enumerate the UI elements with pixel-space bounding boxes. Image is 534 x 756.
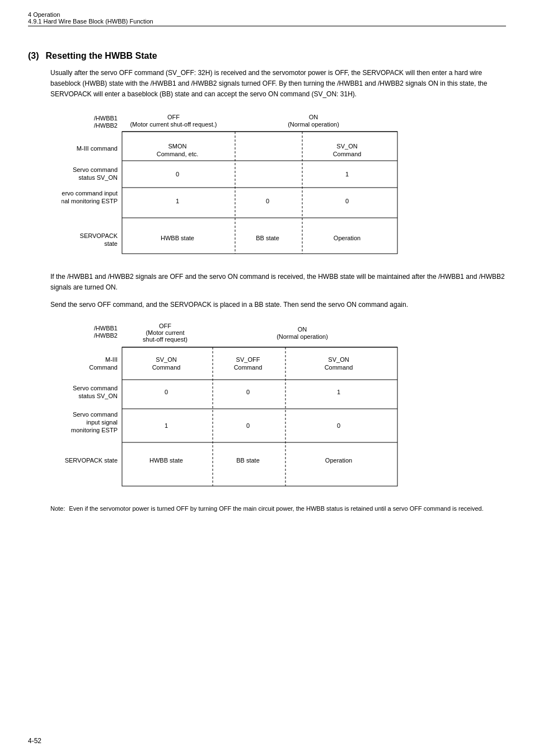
svg-text:BB state: BB state bbox=[236, 457, 260, 464]
diagram2: /HWBB1 /HWBB2 OFF (Motor current shut-of… bbox=[62, 320, 506, 494]
svg-text:1: 1 bbox=[165, 422, 168, 429]
svg-text:state: state bbox=[104, 240, 118, 247]
body-text-3: Send the servo OFF command, and the SERV… bbox=[50, 300, 506, 310]
svg-text:Servo command: Servo command bbox=[73, 166, 118, 173]
svg-text:HWBB state: HWBB state bbox=[149, 457, 183, 464]
svg-text:ON: ON bbox=[309, 114, 318, 120]
svg-text:(Normal operation): (Normal operation) bbox=[277, 333, 328, 340]
svg-text:(Normal operation): (Normal operation) bbox=[288, 121, 339, 128]
svg-text:Operation: Operation bbox=[325, 457, 352, 464]
svg-text:Command: Command bbox=[325, 364, 353, 371]
svg-text:/HWBB2: /HWBB2 bbox=[94, 332, 118, 339]
header-top: 4 Operation bbox=[28, 11, 506, 18]
body-text-2: If the /HWBB1 and /HWBB2 signals are OFF… bbox=[50, 272, 506, 293]
svg-text:SV_ON: SV_ON bbox=[328, 356, 349, 363]
svg-text:0: 0 bbox=[165, 389, 168, 395]
svg-text:0: 0 bbox=[176, 171, 179, 178]
svg-text:SV_OFF: SV_OFF bbox=[236, 356, 260, 363]
note: Note: Even if the servomotor power is tu… bbox=[50, 504, 506, 514]
section-number: (3) bbox=[28, 51, 39, 61]
svg-text:input signal: input signal bbox=[86, 419, 118, 426]
section-title: Resetting the HWBB State bbox=[46, 51, 157, 61]
svg-text:Servo command input: Servo command input bbox=[62, 190, 118, 197]
header: 4 Operation 4.9.1 Hard Wire Base Block (… bbox=[28, 11, 506, 26]
svg-text:Servo command: Servo command bbox=[73, 411, 118, 418]
svg-text:Command: Command bbox=[89, 364, 118, 371]
svg-text:0: 0 bbox=[345, 198, 349, 204]
svg-text:1: 1 bbox=[345, 171, 349, 178]
svg-text:status SV_ON: status SV_ON bbox=[78, 393, 118, 399]
svg-text:M-III command: M-III command bbox=[77, 145, 118, 152]
svg-text:SV_ON: SV_ON bbox=[156, 356, 176, 363]
svg-text:Command, etc.: Command, etc. bbox=[157, 151, 199, 157]
svg-text:SV_ON: SV_ON bbox=[336, 143, 357, 150]
svg-text:status SV_ON: status SV_ON bbox=[78, 174, 118, 181]
svg-text:SMON: SMON bbox=[168, 143, 187, 150]
footer-page: 4-52 bbox=[28, 737, 41, 745]
body-text-1: Usually after the servo OFF command (SV_… bbox=[50, 68, 506, 100]
svg-text:BB state: BB state bbox=[256, 235, 279, 241]
svg-text:Command: Command bbox=[333, 151, 362, 157]
svg-text:SERVOPACK state: SERVOPACK state bbox=[65, 457, 118, 464]
diagram1-svg: /HWBB1 /HWBB2 OFF (Motor current shut-of… bbox=[62, 110, 409, 262]
svg-text:0: 0 bbox=[266, 198, 269, 204]
svg-text:1: 1 bbox=[176, 198, 179, 204]
note-label: Note: bbox=[50, 505, 65, 512]
svg-text:ON: ON bbox=[298, 326, 307, 333]
diagram1: /HWBB1 /HWBB2 OFF (Motor current shut-of… bbox=[62, 110, 506, 262]
svg-text:SERVOPACK: SERVOPACK bbox=[80, 232, 118, 239]
svg-text:Servo command: Servo command bbox=[73, 385, 118, 391]
svg-text:(Motor current shut-off reques: (Motor current shut-off request.) bbox=[130, 121, 217, 128]
diagram2-svg: /HWBB1 /HWBB2 OFF (Motor current shut-of… bbox=[62, 320, 409, 494]
svg-text:/HWBB2: /HWBB2 bbox=[94, 122, 118, 129]
page: 4 Operation 4.9.1 Hard Wire Base Block (… bbox=[0, 0, 534, 756]
header-sub: 4.9.1 Hard Wire Base Block (HWBB) Functi… bbox=[28, 18, 506, 25]
svg-text:0: 0 bbox=[246, 389, 250, 395]
svg-text:(Motor current: (Motor current bbox=[146, 329, 184, 336]
svg-text:monitoring ESTP: monitoring ESTP bbox=[71, 427, 118, 433]
svg-text:0: 0 bbox=[337, 422, 340, 429]
svg-text:OFF: OFF bbox=[167, 114, 180, 120]
svg-text:/HWBB1: /HWBB1 bbox=[94, 115, 118, 122]
svg-text:1: 1 bbox=[337, 389, 340, 395]
svg-text:Operation: Operation bbox=[334, 235, 360, 241]
svg-text:Command: Command bbox=[152, 364, 181, 371]
note-text: Even if the servomotor power is turned O… bbox=[69, 505, 483, 512]
svg-text:/HWBB1: /HWBB1 bbox=[94, 325, 118, 332]
svg-text:HWBB state: HWBB state bbox=[161, 235, 194, 241]
svg-text:shut-off request): shut-off request) bbox=[143, 336, 188, 343]
svg-text:OFF: OFF bbox=[159, 323, 171, 329]
svg-text:Command: Command bbox=[234, 364, 263, 371]
svg-text:0: 0 bbox=[246, 422, 250, 429]
svg-text:signal monitoring ESTP: signal monitoring ESTP bbox=[62, 198, 118, 204]
svg-text:M-III: M-III bbox=[105, 356, 118, 363]
